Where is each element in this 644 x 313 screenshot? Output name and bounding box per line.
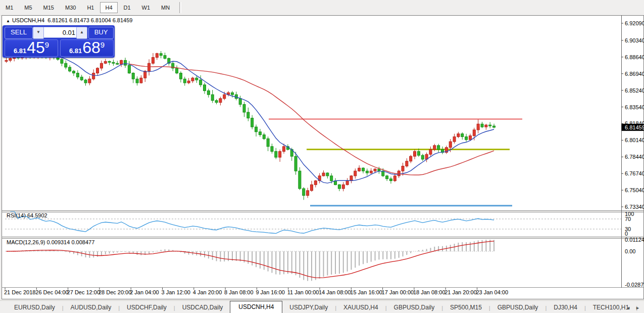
svg-text:0: 0 [625, 231, 628, 237]
tab-audusd-daily[interactable]: AUDUSD,Daily [64, 302, 119, 313]
svg-text:6.78440: 6.78440 [625, 154, 644, 160]
svg-text:-0.028797: -0.028797 [625, 282, 644, 288]
one-click-trading-panel: SELL ▼ ▲ BUY 6.81 45 9 6.81 68 9 [3, 25, 115, 58]
svg-text:70: 70 [625, 216, 631, 222]
svg-text:21 Jan 20:00: 21 Jan 20:00 [444, 289, 477, 295]
svg-text:26 Dec 04:00: 26 Dec 04:00 [35, 289, 68, 295]
svg-text:8 Jan 08:00: 8 Jan 08:00 [224, 289, 254, 295]
buy-price-display[interactable]: 6.81 68 9 [60, 39, 114, 57]
svg-text:23 Jan 04:00: 23 Jan 04:00 [476, 289, 509, 295]
tab-dj30-h4[interactable]: DJ30,H4 [547, 302, 584, 313]
timeframe-button-M1[interactable]: M1 [1, 2, 18, 13]
svg-text:6.73340: 6.73340 [625, 204, 644, 210]
tab-scroll-arrows: ◄ ► [626, 304, 640, 311]
current-price-tag: 6.81459 [622, 124, 644, 131]
tab-gbpusd-daily[interactable]: GBPUSD,Daily [490, 302, 546, 313]
svg-text:3 Jan 12:00: 3 Jan 12:00 [162, 289, 191, 295]
sell-price-prefix: 6.81 [14, 47, 26, 55]
svg-text:28 Dec 20:00: 28 Dec 20:00 [98, 289, 131, 295]
timeframe-button-D1[interactable]: D1 [119, 2, 136, 13]
tab-scroll-left-icon[interactable]: ◄ [626, 304, 630, 311]
sell-button[interactable]: SELL [5, 27, 33, 39]
svg-text:0.011242: 0.011242 [625, 237, 644, 243]
svg-text:6.90340: 6.90340 [625, 37, 644, 43]
buy-price-pip: 9 [101, 40, 105, 49]
svg-text:15 Jan 16:00: 15 Jan 16:00 [350, 289, 382, 295]
svg-text:0.00: 0.00 [625, 248, 635, 254]
svg-text:6.76740: 6.76740 [625, 170, 644, 176]
svg-text:4 Jan 20:00: 4 Jan 20:00 [193, 289, 222, 295]
tab-usdcad-daily[interactable]: USDCAD,Daily [175, 302, 230, 313]
tab-sp500-m15[interactable]: SP500,M15 [443, 302, 489, 313]
buy-button[interactable]: BUY [88, 27, 114, 39]
rsi-indicator-label: RSI(14) 64.5902 [7, 212, 47, 218]
timeframe-toolbar: M1M5M15M30H1H4D1W1MN [0, 0, 644, 16]
svg-text:14 Jan 08:00: 14 Jan 08:00 [319, 289, 351, 295]
tab-usdcnh-h4[interactable]: USDCNH,H4 [230, 301, 282, 313]
chart-title: ▲USDCNH,H4 6.81261 6.81473 6.81004 6.814… [6, 17, 132, 23]
tab-scroll-right-icon[interactable]: ► [635, 304, 640, 311]
macd-indicator-label: MACD(12,26,9) 0.009314 0.008477 [7, 239, 94, 245]
svg-text:21 Dec 2018: 21 Dec 2018 [4, 289, 35, 295]
svg-text:6.75040: 6.75040 [625, 187, 644, 193]
sell-price-pip: 9 [45, 40, 49, 49]
chart-tab-bar: EURUSD,Daily|AUDUSD,Daily|USDCHF,Daily|U… [0, 300, 644, 313]
svg-text:6.80140: 6.80140 [625, 137, 644, 143]
svg-text:17 Jan 00:00: 17 Jan 00:00 [382, 289, 414, 295]
chart-ohlc: 6.81261 6.81473 6.81004 6.81459 [47, 17, 132, 23]
sell-price-big: 45 [27, 40, 45, 55]
toolbar-divider [179, 2, 181, 13]
volume-input[interactable] [43, 27, 78, 38]
volume-decrease-button[interactable]: ▼ [33, 27, 44, 39]
chart-canvas[interactable]: 6.920906.903406.886406.869406.852406.835… [2, 15, 644, 299]
tab-usdchf-daily[interactable]: USDCHF,Daily [120, 302, 174, 313]
buy-price-big: 68 [82, 40, 101, 55]
tab-usdjpy-daily[interactable]: USDJPY,Daily [282, 302, 335, 313]
svg-text:18 Jan 08:00: 18 Jan 08:00 [413, 289, 445, 295]
svg-text:6.85240: 6.85240 [625, 87, 644, 94]
trading-platform: M1M5M15M30H1H4D1W1MN 6.920906.903406.886… [0, 0, 644, 313]
timeframe-button-M15[interactable]: M15 [38, 2, 59, 13]
timeframe-buttons: M1M5M15M30H1H4D1W1MN [0, 2, 175, 13]
tab-eurusd-daily[interactable]: EURUSD,Daily [7, 302, 62, 313]
sell-price-display[interactable]: 6.81 45 9 [5, 39, 58, 57]
timeframe-button-MN[interactable]: MN [156, 2, 175, 13]
timeframe-button-W1[interactable]: W1 [137, 2, 156, 13]
volume-increase-button[interactable]: ▲ [76, 27, 87, 39]
svg-text:11 Jan 00:00: 11 Jan 00:00 [287, 289, 319, 295]
chart-tabs: EURUSD,Daily|AUDUSD,Daily|USDCHF,Daily|U… [0, 301, 644, 313]
chart-symbol: USDCNH,H4 [12, 17, 44, 23]
svg-text:6.86940: 6.86940 [625, 71, 644, 77]
svg-text:27 Dec 12:00: 27 Dec 12:00 [67, 289, 100, 295]
svg-text:6.88640: 6.88640 [625, 54, 644, 60]
svg-text:9 Jan 16:00: 9 Jan 16:00 [256, 289, 285, 295]
date-axis[interactable]: 21 Dec 201826 Dec 04:0027 Dec 12:0028 De… [4, 288, 508, 295]
svg-text:6.83540: 6.83540 [625, 104, 644, 110]
tab-gbpusd-daily[interactable]: GBPUSD,Daily [387, 302, 442, 313]
buy-price-prefix: 6.81 [69, 47, 82, 55]
chart-window: 6.920906.903406.886406.869406.852406.835… [2, 15, 644, 299]
title-marker-icon: ▲ [6, 19, 10, 23]
tab-xauusd-h4[interactable]: XAUUSD,H4 [336, 302, 385, 313]
timeframe-button-M30[interactable]: M30 [60, 2, 81, 13]
timeframe-button-H1[interactable]: H1 [82, 2, 99, 13]
svg-text:6.92090: 6.92090 [625, 20, 644, 26]
timeframe-button-M5[interactable]: M5 [19, 2, 37, 13]
svg-text:2 Jan 04:00: 2 Jan 04:00 [130, 289, 159, 295]
timeframe-button-H4[interactable]: H4 [100, 2, 117, 13]
svg-text:6.81459: 6.81459 [625, 124, 644, 130]
